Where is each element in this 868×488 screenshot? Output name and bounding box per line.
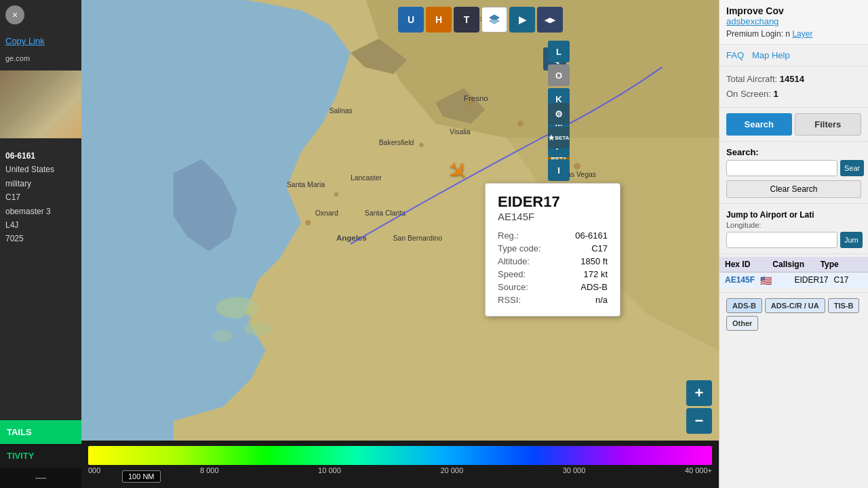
- copy-link-button[interactable]: Copy Link: [0, 30, 81, 52]
- svg-point-4: [419, 143, 423, 147]
- jump-label: Jump to Airport or Lati: [726, 210, 814, 220]
- svg-point-20: [216, 297, 258, 318]
- results-header: Hex ID Callsign Type: [719, 257, 868, 272]
- clear-search-button[interactable]: Clear Search: [726, 180, 861, 198]
- svg-point-5: [517, 121, 523, 126]
- close-button[interactable]: ×: [5, 5, 24, 24]
- popup-details-table: Reg.: 06-6161 Type code: C17 Altitude: 1…: [498, 229, 608, 306]
- source-tis-b-button[interactable]: TIS-B: [828, 298, 860, 313]
- result-row-1[interactable]: AE145F 🇺🇸 EIDER17 C17: [719, 272, 868, 289]
- search-button[interactable]: Search: [726, 113, 792, 136]
- premium-label: Premium Login: n Layer: [726, 29, 861, 39]
- svg-text:Lancaster: Lancaster: [351, 174, 382, 182]
- jump-input[interactable]: [726, 232, 837, 248]
- activity-button[interactable]: TIVITY: [0, 444, 81, 468]
- svg-point-2: [334, 192, 338, 197]
- col-callsign: Callsign: [772, 260, 814, 269]
- nav-back-button[interactable]: ◀▶: [537, 7, 563, 33]
- popup-source-label: Source:: [498, 281, 561, 293]
- links-row: FAQ Map Help: [719, 45, 868, 66]
- popup-type-label: Type code:: [498, 242, 561, 255]
- search-input[interactable]: [726, 160, 837, 176]
- alt-label-0: 000: [88, 466, 100, 474]
- popup-type-row: Type code: C17: [498, 242, 608, 255]
- svg-point-6: [574, 163, 580, 169]
- aircraft-popup: EIDER17 AE145F Reg.: 06-6161 Type code: …: [485, 183, 620, 317]
- popup-reg-label: Reg.:: [498, 229, 561, 242]
- svg-point-23: [242, 314, 251, 323]
- total-aircraft-row: Total Aircraft: 14514: [726, 72, 861, 87]
- website-label: ge.com: [0, 52, 81, 65]
- sear-button[interactable]: Sear: [840, 160, 864, 176]
- popup-callsign[interactable]: EIDER17: [498, 193, 608, 211]
- filters-button[interactable]: Filters: [795, 113, 862, 136]
- total-value: 14514: [780, 74, 804, 84]
- result-flag: 🇺🇸: [760, 275, 789, 286]
- model-label: obemaster 3: [5, 205, 76, 218]
- premium-text: Premium Login: n: [726, 29, 790, 39]
- jump-section: Jump to Airport or Lati Longitude: Jum: [719, 204, 868, 254]
- layers-button[interactable]: [481, 7, 507, 33]
- edge-btn-o[interactable]: O: [548, 64, 570, 86]
- map-container[interactable]: Fresno California Salinas Bakersfield Sa…: [81, 0, 719, 488]
- onscreen-row: On Screen: 1: [726, 87, 861, 102]
- jump-button[interactable]: Jum: [840, 232, 863, 248]
- popup-reg-value: 06-6161: [561, 229, 608, 242]
- source-ads-b-button[interactable]: ADS-B: [726, 298, 762, 313]
- svg-text:Fresno: Fresno: [464, 94, 488, 102]
- total-label: Total Aircraft:: [726, 74, 777, 84]
- svg-point-1: [305, 220, 311, 225]
- popup-speed-value: 172 kt: [561, 268, 608, 281]
- layers-icon: [488, 14, 500, 26]
- adsbx-link[interactable]: adsbexchang: [726, 16, 861, 26]
- details-button[interactable]: TAILS: [0, 420, 81, 444]
- type-code-label: C17: [5, 190, 76, 204]
- alt-label-2: 10 000: [318, 466, 341, 474]
- btn-u[interactable]: U: [398, 7, 424, 33]
- onscreen-label: On Screen:: [726, 89, 771, 99]
- jump-row: Jum: [726, 232, 861, 248]
- nav-forward-button[interactable]: ▶: [509, 7, 535, 33]
- collapse-button[interactable]: —: [0, 468, 81, 488]
- promo-section: Improve Cov adsbexchang Premium Login: n…: [719, 0, 868, 45]
- popup-altitude-value: 1850 ft: [561, 255, 608, 268]
- military-label: military: [5, 177, 76, 190]
- svg-text:Salinas: Salinas: [330, 107, 353, 115]
- airport-label: L4J: [5, 218, 76, 232]
- zoom-out-button[interactable]: −: [686, 408, 712, 434]
- search-label: Search:: [726, 147, 861, 157]
- star-button[interactable]: ★BETA: [548, 127, 570, 148]
- edge-btn-l[interactable]: L: [548, 41, 570, 62]
- btn-t[interactable]: T: [454, 7, 479, 33]
- action-buttons: Search Filters: [719, 108, 868, 142]
- svg-point-22: [212, 330, 233, 342]
- altitude-color-gradient: [88, 446, 712, 465]
- altitude-label: 7025: [5, 232, 76, 245]
- zoom-in-button[interactable]: +: [686, 380, 712, 406]
- scale-badge: 100 NM: [122, 470, 161, 483]
- zoom-controls: + −: [686, 380, 712, 434]
- source-ads-c-button[interactable]: ADS-C/R / UA: [765, 298, 825, 313]
- sidebar-bottom-buttons: TAILS TIVITY —: [0, 420, 81, 488]
- layer-text[interactable]: Layer: [792, 29, 812, 39]
- svg-text:Santa Maria: Santa Maria: [287, 181, 325, 188]
- source-other-button[interactable]: Other: [726, 316, 758, 331]
- popup-altitude-label: Altitude:: [498, 255, 561, 268]
- result-callsign: EIDER17: [795, 275, 829, 286]
- edge-btn-i[interactable]: I: [548, 159, 570, 181]
- country-label: United States: [5, 163, 76, 176]
- result-hex: AE145F: [725, 275, 755, 286]
- altitude-labels: 000 8 000 10 000 20 000 30 000 40 000+: [81, 465, 719, 476]
- map-help-link[interactable]: Map Help: [752, 50, 790, 60]
- alt-label-3: 20 000: [440, 466, 463, 474]
- faq-link[interactable]: FAQ: [726, 50, 744, 60]
- onscreen-value: 1: [773, 89, 778, 99]
- btn-h[interactable]: H: [426, 7, 452, 33]
- col-hex: Hex ID: [725, 260, 767, 269]
- gear-button[interactable]: ⚙: [548, 103, 570, 125]
- svg-text:Visalia: Visalia: [450, 128, 471, 136]
- aircraft-thumbnail: [0, 70, 81, 138]
- popup-rssi-label: RSSI:: [498, 293, 561, 306]
- map-background: Fresno California Salinas Bakersfield Sa…: [81, 0, 719, 488]
- popup-rssi-value: n/a: [561, 293, 608, 306]
